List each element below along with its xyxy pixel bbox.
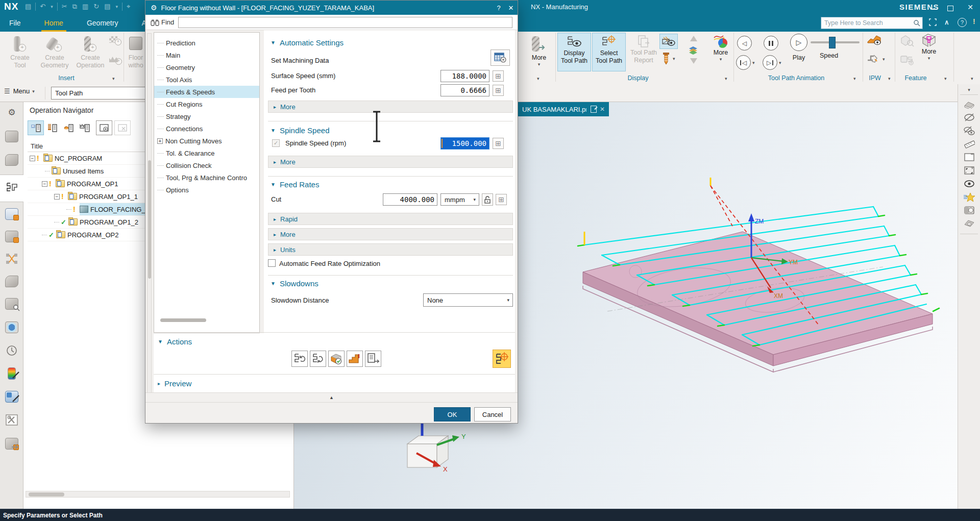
create-tool-button[interactable]: + Create Tool: [4, 34, 36, 69]
operation-navigator-icon-active[interactable]: [0, 175, 23, 202]
insert-group-dialog-icon[interactable]: ▾: [112, 76, 115, 81]
close-view-window-icon[interactable]: [114, 120, 131, 135]
dialog-nav-tool-axis[interactable]: Tool Axis: [154, 73, 259, 86]
paste-icon[interactable]: ▥: [82, 1, 88, 13]
search-input[interactable]: [821, 19, 913, 27]
simulate-toolpath-icon[interactable]: [347, 351, 363, 367]
dialog-nav-main[interactable]: Main: [154, 49, 259, 61]
display-tool-path-button[interactable]: DisplayTool Path: [557, 33, 591, 71]
expand-window-icon[interactable]: [963, 164, 976, 177]
ipw-dropdown-icon[interactable]: ▾: [883, 57, 885, 62]
undo-icon[interactable]: ↶: [40, 1, 45, 13]
scrollbar-thumb[interactable]: [29, 492, 64, 497]
pause-button[interactable]: [764, 36, 778, 51]
toolbar-dropdown-icon[interactable]: ▾: [115, 1, 118, 13]
dialog-nav-geometry[interactable]: Geometry: [154, 61, 259, 73]
dialog-nav-strategy[interactable]: Strategy: [154, 110, 259, 122]
utilities-toolbox-icon[interactable]: [0, 414, 23, 428]
verify-toolpath-icon[interactable]: [328, 351, 345, 367]
geometry-view-icon[interactable]: [60, 120, 77, 135]
cut-icon[interactable]: ✂: [62, 1, 67, 13]
tab-home[interactable]: Home: [37, 14, 70, 32]
dialog-nav-prediction[interactable]: Prediction: [154, 37, 259, 49]
create-method-icon[interactable]: +: [109, 55, 122, 65]
quick-pick-icon[interactable]: [963, 191, 976, 203]
display-more-button[interactable]: More ▾: [709, 34, 732, 62]
save-as-icon[interactable]: ▤: [104, 1, 110, 13]
undo-dropdown-icon[interactable]: ▾: [51, 1, 53, 13]
machining-method-view-icon[interactable]: [77, 120, 93, 135]
surface-speed-field[interactable]: 188.0000: [440, 70, 489, 82]
feature-recognition-button[interactable]: [900, 35, 914, 49]
dependencies-icon[interactable]: [0, 253, 23, 264]
tool-display-toggle-button[interactable]: [659, 34, 678, 49]
select-tool-path-button[interactable]: SelectTool Path: [592, 33, 626, 71]
automatic-settings-header[interactable]: ▼Automatic Settings: [271, 38, 344, 47]
set-machining-data-button[interactable]: [491, 49, 510, 66]
window-icon[interactable]: [963, 151, 976, 163]
section-view-icon[interactable]: [963, 204, 976, 216]
list-toolpath-icon[interactable]: [365, 351, 381, 367]
move-down-icon[interactable]: [690, 58, 697, 64]
go-to-start-button[interactable]: ◁: [736, 55, 751, 70]
measure-icon[interactable]: [963, 138, 976, 150]
show-hide-icon[interactable]: [963, 125, 976, 137]
feed-rates-header[interactable]: ▼Feed Rates: [271, 180, 319, 189]
expand-icon[interactable]: +: [157, 138, 163, 144]
dialog-nav-non-cutting-moves[interactable]: +Non Cutting Moves: [154, 135, 259, 147]
create-geometry-button[interactable]: + Create Geometry: [38, 34, 71, 69]
dialog-help-icon[interactable]: ?: [493, 4, 504, 12]
create-program-icon[interactable]: +: [109, 36, 121, 45]
spindle-speed-checkbox[interactable]: ✓: [272, 139, 280, 147]
automatic-more-bar[interactable]: ▸More: [268, 101, 513, 113]
ipw-group-dialog-icon[interactable]: ▾: [888, 76, 891, 81]
feed-more-bar[interactable]: ▸More: [268, 228, 513, 240]
ribbon-overflow-icon[interactable]: ▾: [971, 76, 973, 81]
dialog-nav-tol-clearance[interactable]: Tol. & Clearance: [154, 147, 259, 159]
work-holding-icon[interactable]: [963, 98, 976, 110]
program-order-view-icon[interactable]: [28, 120, 44, 135]
machine-output-icon[interactable]: [0, 438, 23, 450]
close-button[interactable]: ✕: [964, 1, 977, 14]
spindle-speed-calculator-icon[interactable]: ⊞: [493, 138, 504, 149]
dialog-collapse-strip[interactable]: ▲: [145, 392, 518, 403]
cancel-button[interactable]: Cancel: [474, 407, 511, 421]
show-ipw-button[interactable]: [867, 34, 882, 49]
tool-dropdown-icon[interactable]: ▾: [673, 56, 675, 61]
collapse-icon[interactable]: −: [54, 194, 60, 200]
feature-group-dialog-icon[interactable]: ▾: [944, 76, 947, 81]
scrollbar-thumb[interactable]: [148, 160, 151, 279]
feature-teach-button[interactable]: [900, 54, 914, 67]
hide-object-icon[interactable]: [963, 111, 976, 123]
play-button[interactable]: ▷: [790, 34, 807, 51]
replay-toolpath-icon[interactable]: [310, 351, 326, 367]
spindle-more-bar[interactable]: ▸More: [268, 156, 513, 168]
slowdown-distance-selector[interactable]: None▾: [423, 293, 513, 307]
operations-more-button[interactable]: More ▾: [525, 34, 553, 67]
create-operation-button[interactable]: + Create Operation: [72, 34, 108, 69]
restore-button[interactable]: [947, 4, 953, 13]
dialog-nav-options[interactable]: Options: [154, 184, 259, 196]
machine-tool-icon[interactable]: [0, 231, 23, 242]
assembly-navigator-icon[interactable]: [0, 131, 23, 142]
cut-feed-field[interactable]: 4000.000: [383, 193, 437, 206]
part-search-icon[interactable]: [0, 298, 23, 310]
units-bar[interactable]: ▸Units: [268, 243, 513, 256]
alert-icon[interactable]: !: [973, 17, 975, 26]
part-file-tab[interactable]: UK BASAMAKLARI.prt ✕: [518, 102, 609, 116]
speed-slider-handle[interactable]: [829, 37, 836, 48]
actions-header[interactable]: ▼Actions: [158, 337, 192, 346]
minimize-button[interactable]: [928, 1, 941, 14]
show-object-icon[interactable]: [963, 178, 976, 190]
navigator-horizontal-scrollbar[interactable]: [26, 491, 290, 498]
navigator-view-selector[interactable]: Tool Path▾: [51, 87, 154, 100]
dialog-nav-tool-machine-control[interactable]: Tool, Prg & Machine Contro: [154, 171, 259, 184]
dialog-close-icon[interactable]: ✕: [504, 4, 518, 12]
help-icon[interactable]: ?: [958, 18, 967, 27]
tab-close-icon[interactable]: ✕: [600, 106, 605, 113]
settings-gear-icon[interactable]: ⚙: [0, 107, 23, 118]
dialog-titlebar[interactable]: ⚙ Floor Facing without Wall - [FLOOR_FAC…: [145, 1, 518, 15]
operations-group-dialog-icon[interactable]: ▾: [537, 76, 540, 81]
fullscreen-icon[interactable]: [929, 18, 937, 28]
layers-icon[interactable]: [688, 46, 699, 57]
